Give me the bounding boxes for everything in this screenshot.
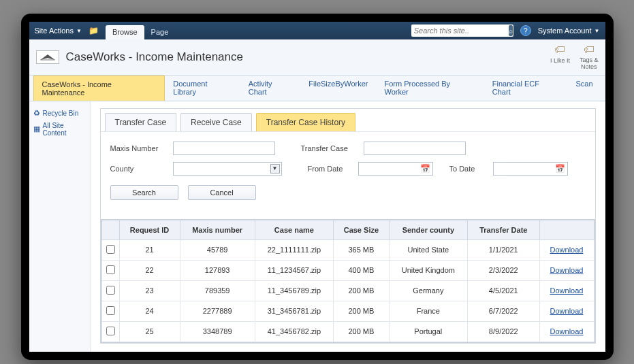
cell-request-id: 24 <box>119 301 180 321</box>
cell-case-size: 200 MB <box>334 280 389 301</box>
page-title: CaseWorks - Income Maintenance <box>66 50 243 64</box>
cell-maxis: 127893 <box>180 260 255 280</box>
cell-sender: Germany <box>389 280 467 301</box>
cell-sender: Portugal <box>389 321 467 342</box>
row-checkbox[interactable] <box>106 327 115 335</box>
site-actions-menu[interactable]: Site Actions ▼ <box>35 27 82 35</box>
cell-transfer-date: 1/1/2021 <box>468 239 539 260</box>
cell-transfer-date: 8/9/2022 <box>468 321 539 342</box>
help-icon[interactable]: ? <box>520 25 531 36</box>
cell-case-name: 11_1234567.zip <box>255 260 334 280</box>
cell-sender: United Kingdom <box>389 260 467 280</box>
cell-maxis: 789359 <box>180 280 255 301</box>
col-case-name: Case name <box>255 220 334 239</box>
left-navigation: ♻ Recycle Bin ▦ All Site Content <box>29 101 91 352</box>
calendar-icon[interactable]: 📅 <box>555 164 565 173</box>
tab-browse[interactable]: Browse <box>106 25 144 39</box>
transfer-case-input[interactable] <box>364 142 466 155</box>
topnav-caseworks[interactable]: CaseWorks - Income Maintenance <box>33 76 165 101</box>
cell-case-name: 31_3456781.zip <box>255 301 334 321</box>
table-row: 24227788931_3456781.zip200 MBFrance6/7/2… <box>101 301 594 321</box>
topnav-activity[interactable]: Activity Chart <box>240 76 301 101</box>
table-row: 214578922_1111111.zip365 MBUnited State1… <box>101 239 594 260</box>
download-link[interactable]: Download <box>550 286 584 295</box>
cell-maxis: 45789 <box>180 239 255 260</box>
search-input[interactable] <box>414 27 509 35</box>
search-icon: ⌕ <box>509 27 513 35</box>
col-action <box>539 220 594 239</box>
cell-case-name: 22_1111111.zip <box>255 239 334 260</box>
user-label: System Account <box>538 27 592 35</box>
like-icon: 🏷 <box>554 44 565 56</box>
tab-transfer-history[interactable]: Transfer Case History <box>256 113 355 131</box>
site-logo <box>36 50 59 64</box>
user-menu[interactable]: System Account ▼ <box>538 27 600 35</box>
download-link[interactable]: Download <box>550 307 584 315</box>
site-actions-label: Site Actions <box>35 27 74 35</box>
tags-notes-button[interactable]: 🏷 Tags & Notes <box>580 44 599 71</box>
chevron-down-icon: ▼ <box>76 28 82 34</box>
like-button[interactable]: 🏷 I Like It <box>550 44 570 71</box>
row-checkbox[interactable] <box>106 245 115 254</box>
cell-case-size: 200 MB <box>334 301 389 321</box>
cell-case-name: 11_3456789.zip <box>255 280 334 301</box>
search-button[interactable]: Search <box>110 185 178 200</box>
county-label: County <box>110 165 163 173</box>
cancel-button[interactable]: Cancel <box>188 185 256 200</box>
chevron-down-icon: ▼ <box>595 28 600 34</box>
table-row: 2378935911_3456789.zip200 MBGermany4/5/2… <box>101 280 594 301</box>
cell-request-id: 21 <box>119 239 180 260</box>
col-checkbox <box>101 220 119 239</box>
col-request-id: Request ID <box>119 220 180 239</box>
cell-sender: France <box>389 301 467 321</box>
topnav-doclib[interactable]: Document Library <box>165 76 240 101</box>
topnav-financial[interactable]: Financial ECF Chart <box>484 76 568 101</box>
download-link[interactable]: Download <box>550 266 584 274</box>
maxis-input[interactable] <box>173 142 275 155</box>
maxis-label: Maxis Number <box>110 144 163 152</box>
cell-request-id: 22 <box>119 260 180 280</box>
calendar-icon[interactable]: 📅 <box>420 164 430 173</box>
cell-case-size: 200 MB <box>334 321 389 342</box>
table-row: 2212789311_1234567.zip400 MBUnited Kingd… <box>101 260 594 280</box>
from-date-label: From Date <box>308 165 349 173</box>
row-checkbox[interactable] <box>106 286 115 295</box>
col-transfer-date: Transfer Date <box>468 220 539 239</box>
row-checkbox[interactable] <box>106 265 115 274</box>
col-sender: Sender county <box>389 220 467 239</box>
cell-maxis: 3348789 <box>180 321 255 342</box>
topnav-scan[interactable]: Scan <box>567 76 601 101</box>
tags-icon: 🏷 <box>584 44 595 56</box>
tab-page[interactable]: Page <box>144 25 176 39</box>
tab-receive-case[interactable]: Receive Case <box>180 113 252 131</box>
navigate-up-icon[interactable]: 📁 <box>89 26 99 35</box>
transfer-case-label: Transfer Case <box>301 144 354 152</box>
cell-transfer-date: 2/3/2022 <box>468 260 539 280</box>
topnav-filesize[interactable]: FileSizeByWorker <box>300 76 376 101</box>
county-select[interactable] <box>173 162 282 176</box>
cell-transfer-date: 6/7/2022 <box>468 301 539 321</box>
list-icon: ▦ <box>33 125 40 133</box>
site-search[interactable]: ⌕ <box>411 24 513 37</box>
cell-request-id: 23 <box>119 280 180 301</box>
download-link[interactable]: Download <box>550 327 584 335</box>
cell-request-id: 25 <box>119 321 180 342</box>
to-date-label: To Date <box>449 165 484 173</box>
table-row: 25334878941_3456782.zip200 MBPortugal8/9… <box>101 321 594 342</box>
recycle-bin-link[interactable]: ♻ Recycle Bin <box>32 107 87 120</box>
cell-maxis: 2277889 <box>180 301 255 321</box>
cell-case-name: 41_3456782.zip <box>255 321 334 342</box>
cell-sender: United State <box>389 239 467 260</box>
chevron-down-icon[interactable]: ▼ <box>270 164 280 173</box>
download-link[interactable]: Download <box>550 246 584 254</box>
top-navigation: CaseWorks - Income Maintenance Document … <box>29 76 605 101</box>
col-case-size: Case Size <box>334 220 389 239</box>
all-site-content-link[interactable]: ▦ All Site Content <box>32 120 87 139</box>
cell-case-size: 400 MB <box>334 260 389 280</box>
search-go-button[interactable]: ⌕ <box>509 25 513 36</box>
topnav-formprocessed[interactable]: Form Processed By Worker <box>377 76 484 101</box>
cell-case-size: 365 MB <box>334 239 389 260</box>
tab-transfer-case[interactable]: Transfer Case <box>105 113 177 131</box>
recycle-icon: ♻ <box>33 109 40 118</box>
row-checkbox[interactable] <box>106 306 115 315</box>
